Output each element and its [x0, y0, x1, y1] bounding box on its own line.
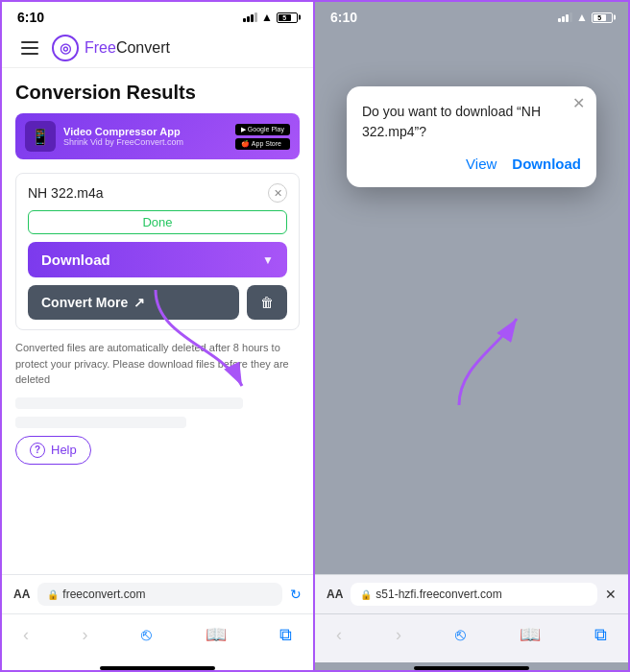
- store-badges: ▶ Google Play 🍎 App Store: [235, 124, 290, 150]
- ad-icon: 📱: [25, 121, 56, 152]
- bottom-nav-right: ‹ › ⎋ 📖 ⧉: [315, 613, 628, 662]
- dialog-download-button[interactable]: Download: [512, 156, 581, 172]
- action-row: Convert More ↗ 🗑: [28, 285, 287, 320]
- browser-bar-right: AA 🔒 s51-hzfi.freeconvert.com ✕: [315, 574, 628, 613]
- hamburger-line: [21, 47, 38, 49]
- google-play-badge[interactable]: ▶ Google Play: [235, 124, 290, 135]
- lock-icon-right: 🔒: [360, 589, 372, 600]
- status-bar-left: 6:10 ▲ 5: [2, 2, 313, 29]
- status-icons-left: ▲ 5: [243, 11, 298, 24]
- left-phone: 6:10 ▲ 5 ◎ FreeConvert: [0, 0, 315, 672]
- gray-space: [315, 330, 628, 574]
- dialog-message: Do you want to download “NH 322.mp4”?: [362, 102, 581, 142]
- wifi-icon: ▲: [261, 11, 273, 24]
- tabs-button[interactable]: ⧉: [274, 623, 298, 647]
- hamburger-line: [21, 41, 38, 43]
- placeholder-bar: [15, 417, 186, 428]
- time-right: 6:10: [330, 10, 357, 25]
- dialog-actions: View Download: [362, 156, 581, 172]
- battery-icon: 5: [277, 12, 298, 23]
- back-button-right[interactable]: ‹: [330, 623, 348, 647]
- dialog-close-button[interactable]: ✕: [572, 96, 585, 111]
- signal-icon: [243, 12, 257, 22]
- home-indicator: [100, 666, 215, 670]
- home-indicator-right: [414, 666, 529, 670]
- font-size-control-right[interactable]: AA: [327, 588, 343, 601]
- close-button[interactable]: ✕: [268, 183, 287, 203]
- app-store-badge[interactable]: 🍎 App Store: [235, 138, 290, 150]
- file-card: NH 322.m4a ✕ Done Download ▼ Convert Mor…: [15, 173, 300, 330]
- bottom-nav-left: ‹ › ⎋ 📖 ⧉: [2, 613, 313, 662]
- done-badge: Done: [28, 210, 287, 234]
- page-title: Conversion Results: [15, 82, 300, 104]
- logo: ◎ FreeConvert: [52, 35, 170, 61]
- browser-bar-left: AA 🔒 freeconvert.com ↻: [2, 574, 313, 613]
- bookmarks-button-right[interactable]: 📖: [514, 622, 546, 647]
- hamburger-line: [21, 53, 38, 55]
- ad-banner[interactable]: 📱 Video Compressor App Shrink Vid by Fre…: [15, 113, 300, 159]
- placeholder-row: [15, 397, 300, 409]
- view-button[interactable]: View: [466, 156, 497, 172]
- lock-icon: 🔒: [47, 589, 59, 600]
- battery-fill: 5: [279, 14, 291, 21]
- help-button[interactable]: ? Help: [15, 436, 91, 465]
- url-bar-left[interactable]: 🔒 freeconvert.com: [37, 583, 282, 606]
- download-button[interactable]: Download ▼: [28, 242, 287, 277]
- right-phone: 6:10 ▲ 5 ✕ Do you want to download “NH 3…: [315, 0, 630, 672]
- placeholder-row: [15, 417, 300, 428]
- ad-subtitle: Shrink Vid by FreeConvert.com: [63, 137, 228, 147]
- nav-bar: ◎ FreeConvert: [2, 29, 313, 68]
- download-dialog: ✕ Do you want to download “NH 322.mp4”? …: [347, 86, 596, 187]
- battery-icon-right: 5: [592, 12, 613, 23]
- delete-button[interactable]: 🗑: [247, 285, 287, 320]
- main-content: Conversion Results 📱 Video Compressor Ap…: [2, 68, 313, 574]
- tabs-button-right[interactable]: ⧉: [589, 623, 613, 647]
- info-text: Converted files are automatically delete…: [15, 340, 300, 388]
- url-bar-right[interactable]: 🔒 s51-hzfi.freeconvert.com: [351, 583, 597, 606]
- close-tab-icon[interactable]: ✕: [605, 587, 617, 602]
- signal-icon-right: [558, 12, 572, 22]
- placeholder-bar: [15, 397, 243, 409]
- url-text-right: s51-hzfi.freeconvert.com: [376, 588, 501, 601]
- status-icons-right: ▲ 5: [558, 11, 613, 24]
- file-header: NH 322.m4a ✕: [28, 183, 287, 203]
- back-button[interactable]: ‹: [17, 623, 35, 647]
- external-link-icon: ↗: [133, 295, 145, 310]
- file-name: NH 322.m4a: [28, 185, 104, 201]
- chevron-down-icon: ▼: [262, 253, 274, 267]
- font-size-control[interactable]: AA: [13, 588, 30, 601]
- share-button[interactable]: ⎋: [135, 623, 158, 647]
- time-left: 6:10: [17, 10, 44, 25]
- url-text-left: freeconvert.com: [62, 588, 145, 601]
- hamburger-menu[interactable]: [17, 37, 42, 59]
- forward-button[interactable]: ›: [77, 623, 94, 647]
- dialog-overlay: ✕ Do you want to download “NH 322.mp4”? …: [315, 29, 628, 330]
- status-bar-right: 6:10 ▲ 5: [315, 2, 628, 29]
- battery-fill-right: 5: [594, 14, 606, 21]
- logo-icon: ◎: [52, 35, 79, 61]
- refresh-icon[interactable]: ↻: [290, 587, 302, 602]
- help-circle-icon: ?: [30, 443, 45, 458]
- bookmarks-button[interactable]: 📖: [200, 622, 232, 647]
- ad-title: Video Compressor App: [63, 126, 228, 137]
- ad-text: Video Compressor App Shrink Vid by FreeC…: [63, 126, 228, 147]
- wifi-icon-right: ▲: [576, 11, 588, 24]
- trash-icon: 🗑: [260, 295, 274, 310]
- logo-free: FreeConvert: [85, 39, 170, 57]
- share-button-right[interactable]: ⎋: [449, 623, 472, 647]
- forward-button-right[interactable]: ›: [390, 623, 407, 647]
- convert-more-button[interactable]: Convert More ↗: [28, 285, 239, 320]
